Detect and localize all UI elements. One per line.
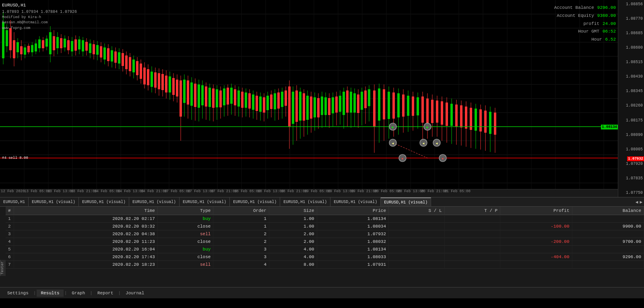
- tab-visual-3[interactable]: EURUSD,H1 (visual): [129, 197, 180, 206]
- svg-rect-48: [17, 42, 19, 52]
- tab-nav-next[interactable]: ▶: [640, 199, 642, 205]
- svg-rect-236: [357, 94, 359, 113]
- tab-visual-1[interactable]: EURUSD,H1 (visual): [29, 197, 79, 206]
- svg-rect-158: [216, 89, 218, 107]
- modified-by: Modified by Kira-h: [2, 15, 77, 21]
- svg-rect-210: [310, 97, 312, 119]
- svg-rect-176: [248, 93, 251, 109]
- hour-label: Hour: [591, 36, 602, 44]
- row-icon: 4: [6, 238, 14, 246]
- row-time: 2020.02.20 17:43: [14, 253, 157, 261]
- row-time: 2020.02.20 02:17: [14, 215, 157, 223]
- profit-value: 24.00: [603, 20, 616, 28]
- svg-rect-262: [417, 97, 419, 115]
- bottom-bar: Settings | Results | Graph | Report | Jo…: [0, 287, 644, 298]
- svg-rect-218: [324, 97, 327, 115]
- tab-visual-8[interactable]: EURUSD,H1 (visual): [381, 197, 431, 206]
- row-order: 2: [213, 238, 269, 246]
- row-order: 3: [213, 253, 269, 261]
- tab-visual-2[interactable]: EURUSD,H1 (visual): [79, 197, 129, 206]
- bottom-tab-settings[interactable]: Settings: [3, 290, 33, 297]
- bottom-tab-journal[interactable]: Journal: [122, 290, 148, 297]
- svg-rect-292: [489, 112, 491, 134]
- svg-rect-104: [118, 52, 120, 64]
- tab-visual-5[interactable]: EURUSD,H1 (visual): [230, 197, 280, 206]
- tab-eurusd-h1[interactable]: EURUSD,H1: [0, 197, 29, 206]
- svg-rect-244: [373, 90, 376, 127]
- time-axis: 12 Feb 2020 13 Feb 05:00 13 Feb 13:00 13…: [0, 189, 618, 197]
- row-size: 8.00: [269, 261, 317, 269]
- svg-rect-148: [198, 84, 200, 108]
- red-line-price-label: 1.07932: [627, 156, 644, 161]
- row-tp: [444, 238, 500, 246]
- svg-rect-86: [85, 42, 88, 51]
- svg-rect-282: [465, 107, 467, 129]
- svg-rect-90: [93, 44, 95, 54]
- svg-text:▶: ▶: [392, 125, 394, 129]
- svg-rect-80: [74, 39, 77, 51]
- svg-rect-56: [31, 45, 33, 52]
- svg-rect-46: [13, 40, 15, 58]
- row-type: sell: [157, 230, 213, 238]
- row-price: 1.08033: [317, 253, 388, 261]
- row-balance: 9700.00: [572, 238, 644, 246]
- row-time: 2020.02.20 16:04: [14, 246, 157, 253]
- row-profit: -200.00: [500, 238, 572, 246]
- svg-rect-82: [78, 39, 80, 49]
- row-balance: 9900.00: [572, 223, 644, 230]
- bottom-tab-report[interactable]: Report: [93, 290, 118, 297]
- table-row: 7 2020.02.20 18:23 sell 4 8.00 1.07931: [6, 261, 644, 269]
- col-order: Order: [213, 207, 269, 215]
- svg-rect-128: [161, 74, 164, 90]
- tab-nav-prev[interactable]: ◀: [636, 199, 638, 205]
- row-price: 1.07931: [317, 261, 388, 269]
- row-price: 1.08134: [317, 246, 388, 253]
- row-order: 1: [213, 223, 269, 230]
- svg-rect-270: [436, 101, 438, 123]
- svg-rect-170: [237, 90, 240, 107]
- svg-rect-94: [100, 46, 102, 57]
- table-row: 5 2020.02.20 16:04 buy 3 4.00 1.08134: [6, 246, 644, 253]
- balance-label: Account Balance: [554, 4, 594, 12]
- svg-rect-60: [38, 39, 41, 48]
- hour-value: 6.52: [605, 36, 616, 44]
- svg-rect-212: [314, 97, 316, 117]
- row-tp: [444, 230, 500, 238]
- tab-visual-6[interactable]: EURUSD,H1 (visual): [280, 197, 330, 206]
- chart-canvas: ▶ ◀ ● ▶ ◀ ◀ ●: [0, 0, 618, 197]
- tabs-nav: ◀ ▶: [634, 199, 644, 205]
- row-order: 3: [213, 246, 269, 253]
- svg-rect-272: [441, 101, 443, 125]
- svg-rect-274: [446, 103, 448, 126]
- svg-rect-278: [455, 105, 458, 127]
- svg-rect-246: [378, 88, 380, 121]
- row-icon: 7: [6, 261, 14, 269]
- tab-visual-7[interactable]: EURUSD,H1 (visual): [330, 197, 381, 206]
- svg-rect-202: [295, 90, 298, 122]
- svg-rect-122: [151, 72, 153, 87]
- svg-rect-138: [180, 80, 182, 117]
- svg-rect-286: [475, 109, 477, 131]
- row-sl: [389, 215, 445, 223]
- svg-rect-194: [281, 92, 283, 107]
- svg-rect-230: [346, 90, 349, 113]
- row-icon: 1: [6, 215, 14, 223]
- row-sl: [389, 223, 445, 230]
- row-profit: -100.00: [500, 223, 572, 230]
- svg-rect-108: [125, 55, 128, 69]
- svg-rect-88: [89, 43, 91, 53]
- col-type: Type: [157, 207, 213, 215]
- svg-rect-134: [172, 78, 175, 95]
- equity-label: Account Equity: [557, 12, 594, 20]
- row-order: 4: [213, 261, 269, 269]
- svg-rect-72: [60, 38, 62, 48]
- svg-rect-204: [299, 92, 301, 121]
- bottom-tab-graph[interactable]: Graph: [68, 290, 89, 297]
- bottom-tab-results[interactable]: Results: [37, 290, 63, 297]
- svg-rect-232: [350, 92, 352, 113]
- row-type: close: [157, 238, 213, 246]
- tabs-bar: EURUSD,H1 EURUSD,H1 (visual) EURUSD,H1 (…: [0, 197, 644, 207]
- svg-rect-248: [383, 89, 385, 119]
- svg-rect-188: [270, 94, 272, 109]
- tab-visual-4[interactable]: EURUSD,H1 (visual): [180, 197, 230, 206]
